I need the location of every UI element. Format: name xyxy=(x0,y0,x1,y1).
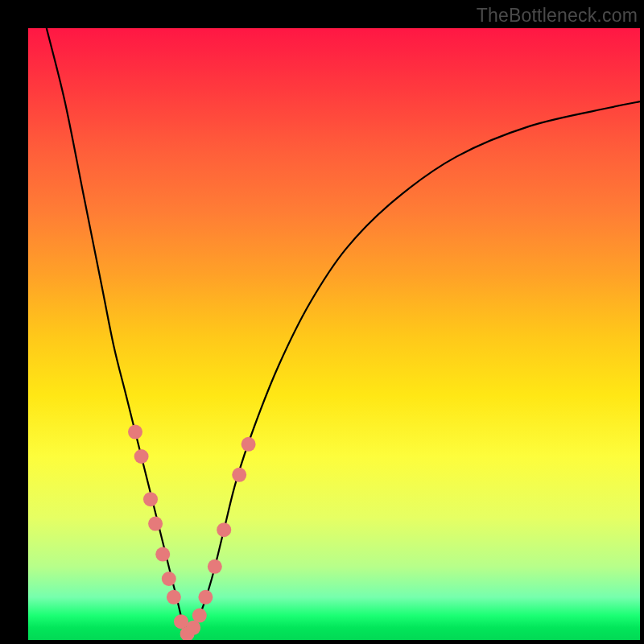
data-point xyxy=(162,572,176,586)
watermark-text: TheBottleneck.com xyxy=(477,5,638,27)
plot-area xyxy=(28,28,640,640)
curve-svg xyxy=(28,28,640,640)
data-point xyxy=(192,609,207,623)
data-point xyxy=(167,590,181,605)
data-point xyxy=(155,547,170,562)
data-point xyxy=(217,522,231,537)
data-point xyxy=(232,468,246,482)
data-point xyxy=(198,590,213,605)
data-point xyxy=(143,492,158,506)
data-points xyxy=(128,425,256,640)
bottleneck-curve xyxy=(47,28,640,634)
chart-frame: TheBottleneck.com xyxy=(0,0,644,644)
data-point xyxy=(208,559,222,574)
data-point xyxy=(128,425,142,440)
data-point xyxy=(148,517,163,531)
data-point xyxy=(134,449,149,464)
data-point xyxy=(242,437,256,452)
